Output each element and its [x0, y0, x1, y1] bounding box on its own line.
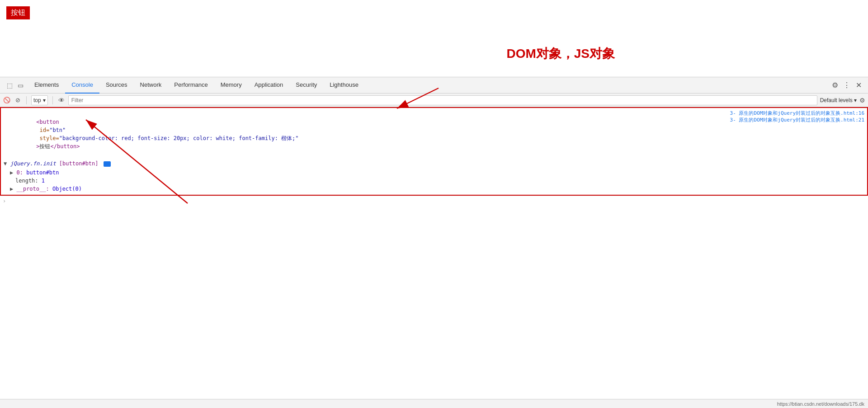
- console-entry-left: <button id="btn" style="background-color…: [1, 108, 713, 195]
- toolbar-separator: [26, 96, 27, 104]
- prop-proto-arrow[interactable]: ▶: [10, 186, 13, 192]
- tab-memory[interactable]: Memory: [214, 77, 248, 94]
- browser-content-area: 按钮 DOM对象，JS对象: [0, 0, 868, 77]
- tab-application[interactable]: Application: [248, 77, 290, 94]
- prop-proto-line[interactable]: ▶ __proto__: Object(0): [4, 185, 711, 193]
- prop-proto-val: Object(0): [52, 186, 82, 192]
- levels-label: Default levels ▾: [820, 97, 857, 103]
- tab-lighthouse[interactable]: Lighthouse: [323, 77, 365, 94]
- more-icon[interactable]: ⋮: [843, 81, 851, 89]
- toolbar-separator-2: [52, 96, 53, 104]
- clear-console-icon[interactable]: 🚫: [3, 96, 11, 104]
- eye-icon[interactable]: 👁: [57, 96, 66, 104]
- expand-arrow[interactable]: ▼: [4, 160, 7, 167]
- close-icon[interactable]: ✕: [854, 81, 863, 89]
- demo-button[interactable]: 按钮: [6, 6, 30, 19]
- tab-security[interactable]: Security: [289, 77, 323, 94]
- block-icon[interactable]: ⊘: [14, 96, 22, 104]
- tab-console[interactable]: Console: [65, 77, 99, 94]
- prop-0-arrow[interactable]: ▶: [10, 169, 13, 176]
- console-toolbar: 🚫 ⊘ top ▾ 👁 Default levels ▾ ⚙: [0, 94, 868, 107]
- jquery-class: jQuery.fn.init: [10, 160, 59, 167]
- inspect-icon[interactable]: ⬚: [5, 81, 14, 89]
- prop-0-val: button#btn: [26, 169, 59, 176]
- dom-element-line: <button id="btn" style="background-color…: [4, 110, 711, 159]
- jquery-object-line[interactable]: ▼ jQuery.fn.init [button#btn]: [4, 159, 711, 169]
- link-line-21[interactable]: 3- 原生的DOM对象和jQuery封装过后的对象互换.html:21: [716, 117, 864, 123]
- prop-length-label: length:: [10, 178, 42, 184]
- context-value: top: [33, 97, 41, 103]
- settings-icon-toolbar[interactable]: ⚙: [859, 97, 865, 104]
- device-icon[interactable]: ▭: [16, 81, 24, 89]
- input-caret: ›: [3, 198, 6, 204]
- console-output: <button id="btn" style="background-color…: [0, 107, 868, 399]
- tab-performance[interactable]: Performance: [168, 77, 214, 94]
- settings-icon[interactable]: ⚙: [831, 81, 839, 89]
- tab-network[interactable]: Network: [134, 77, 168, 94]
- console-input-line: ›: [0, 196, 868, 206]
- context-arrow: ▾: [43, 97, 46, 103]
- prop-proto-key: __proto__:: [16, 186, 52, 192]
- tab-elements[interactable]: Elements: [28, 77, 65, 94]
- link-line-16[interactable]: 3- 原生的DOM对象和jQuery封装过后的对象互换.html:16: [716, 110, 864, 117]
- jquery-ref: [button#btn]: [59, 160, 99, 167]
- console-entry-links: 3- 原生的DOM对象和jQuery封装过后的对象互换.html:16 3- 原…: [713, 108, 867, 195]
- prop-0-line[interactable]: ▶ 0: button#btn: [4, 169, 711, 177]
- console-entry-highlighted: <button id="btn" style="background-color…: [0, 107, 868, 196]
- source-link-16[interactable]: 3- 原生的DOM对象和jQuery封装过后的对象互换.html:16: [730, 110, 864, 116]
- prop-length-line: length: 1: [4, 177, 711, 185]
- devtools-statusbar: https://btian.csdn.net/downloads/175.dk: [0, 399, 868, 408]
- dom-annotation-text: DOM对象，JS对象: [506, 45, 615, 62]
- filter-input[interactable]: [68, 95, 817, 105]
- devtools-tabbar: ⬚ ▭ Elements Console Sources Network Per…: [0, 77, 868, 94]
- prop-0-key: 0:: [16, 169, 26, 176]
- statusbar-url: https://btian.csdn.net/downloads/175.dk: [777, 401, 864, 407]
- devtools-icon-group: ⬚ ▭: [2, 81, 28, 89]
- levels-dropdown[interactable]: Default levels ▾: [820, 97, 857, 103]
- tab-sources[interactable]: Sources: [99, 77, 134, 94]
- context-selector[interactable]: top ▾: [31, 95, 48, 105]
- devtools-panel: ⬚ ▭ Elements Console Sources Network Per…: [0, 77, 868, 408]
- prop-length-val: 1: [42, 178, 45, 184]
- source-link-21[interactable]: 3- 原生的DOM对象和jQuery封装过后的对象互换.html:21: [730, 117, 864, 123]
- devtools-tabs-right: ⚙ ⋮ ✕: [831, 81, 866, 89]
